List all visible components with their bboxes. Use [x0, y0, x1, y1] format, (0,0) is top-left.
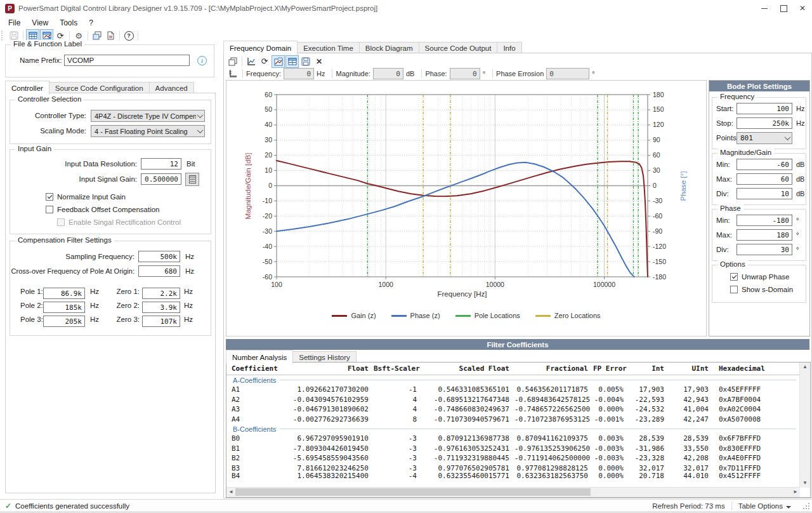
- legend-swatch: [535, 315, 551, 317]
- table-row[interactable]: A3-0.0467913018906024-0.748660830249637-…: [226, 404, 800, 415]
- cell-coefficient: A4: [226, 415, 281, 423]
- calculator-button[interactable]: [185, 173, 199, 186]
- tab-number-analysis[interactable]: Number Analysis: [226, 350, 293, 364]
- zero-input[interactable]: 2.2k: [142, 288, 180, 299]
- pole-input[interactable]: 205k: [43, 316, 85, 327]
- horizontal-scrollbar[interactable]: ◄ ►: [226, 487, 800, 497]
- svg-text:-10: -10: [263, 197, 272, 204]
- table-row[interactable]: B1-7.809304426019450-3-0.976163053252431…: [226, 444, 800, 454]
- mag-div-input[interactable]: 10: [737, 188, 792, 199]
- tab-frequency-domain[interactable]: Frequency Domain: [223, 41, 298, 55]
- cursor-axis-button[interactable]: [226, 68, 239, 80]
- save-plot-button[interactable]: [299, 55, 312, 67]
- close-button[interactable]: ✕: [793, 0, 812, 17]
- phase-max-unit: °: [796, 231, 799, 239]
- zero-label: Zero 3:: [110, 316, 140, 323]
- stop-input[interactable]: 250k: [737, 117, 792, 129]
- crossover-frequency-input[interactable]: 680: [138, 265, 180, 277]
- menu-tools[interactable]: Tools: [54, 18, 83, 27]
- input-signal-gain-input[interactable]: 0.500000: [141, 173, 181, 185]
- plot-refresh-button[interactable]: ⟳: [258, 55, 271, 67]
- phase-div-input[interactable]: 30: [737, 244, 792, 255]
- cell-scaled-float: -0.711932319880445: [422, 454, 514, 462]
- mag-min-input[interactable]: -60: [737, 159, 792, 170]
- cell-hexadecimal: 0x6F7BFFFD: [714, 434, 800, 443]
- phase-min-input[interactable]: -180: [737, 215, 792, 226]
- column-header-fractional: Fractional: [514, 364, 593, 373]
- pole-input[interactable]: 86.9k: [43, 288, 85, 299]
- app-icon: P: [5, 4, 15, 13]
- start-label: Start:: [716, 105, 733, 112]
- table-row[interactable]: A11.092662170730200-10.5463310853651010.…: [226, 385, 800, 395]
- coeff-group-label: A-Coefficients: [233, 376, 276, 384]
- table-row[interactable]: B2-5.695458559043560-3-0.711932319880445…: [226, 453, 800, 463]
- scroll-up-icon[interactable]: ▲: [802, 364, 808, 370]
- resize-grip[interactable]: [802, 502, 810, 510]
- help-button[interactable]: ?: [122, 30, 135, 42]
- scroll-left-icon[interactable]: ◄: [228, 490, 233, 495]
- legend-label: Phase (z): [410, 312, 440, 319]
- mag-max-input[interactable]: 60: [737, 173, 792, 185]
- unwrap-phase-checkbox[interactable]: Unwrap Phase: [730, 273, 789, 281]
- start-unit: Hz: [796, 105, 804, 112]
- export-document-button[interactable]: [104, 30, 117, 42]
- scaling-mode-dropdown[interactable]: 4 - Fast Floating Point Scaling: [91, 125, 205, 137]
- vertical-scrollbar[interactable]: ▲ ▼: [799, 363, 810, 488]
- cell-bsft-scaler: -1: [374, 385, 422, 394]
- input-data-resolution-input[interactable]: 12: [141, 158, 181, 170]
- cell-coefficient: B4: [226, 473, 281, 478]
- menu-file[interactable]: File: [3, 18, 26, 27]
- swap-window-button[interactable]: [91, 30, 103, 42]
- pole-zero-grid: Pole 1:86.9kHzZero 1:2.2kHzPole 2:185kHz…: [10, 287, 211, 329]
- cell-fractional: 0.977081298828125: [514, 464, 593, 472]
- scroll-right-icon[interactable]: ►: [793, 490, 798, 495]
- menu-help[interactable]: ?: [83, 18, 99, 27]
- plot-table-button[interactable]: [285, 55, 299, 68]
- stop-unit: Hz: [796, 119, 804, 127]
- show-sdomain-label: Show s-Domain: [742, 286, 793, 293]
- coeff-table-header: CoefficientFloatBsft-ScalerScaled FloatF…: [226, 363, 800, 375]
- copy-plot-button[interactable]: [226, 55, 239, 67]
- maximize-button[interactable]: [774, 0, 793, 17]
- name-prefix-input[interactable]: VCOMP: [64, 55, 190, 66]
- table-options-button[interactable]: Table Options: [738, 502, 791, 510]
- table-row[interactable]: B06.967297095901910-30.8709121369877380.…: [226, 434, 800, 444]
- scrollbar-thumb[interactable]: [235, 488, 591, 496]
- pole-input[interactable]: 185k: [43, 302, 85, 313]
- cursor-readout-button[interactable]: [272, 55, 285, 68]
- table-row[interactable]: B37.816612023246250-30.9770765029057810.…: [226, 463, 800, 474]
- scroll-down-icon[interactable]: ▼: [802, 481, 808, 486]
- sampling-frequency-input[interactable]: 500k: [138, 251, 180, 262]
- start-input[interactable]: 100: [737, 103, 792, 114]
- normalize-input-gain-checkbox[interactable]: Normalize Input Gain: [46, 193, 126, 201]
- coeff-table-body: A-CoefficientsA11.092662170730200-10.546…: [226, 375, 800, 478]
- points-dropdown[interactable]: 801: [737, 132, 792, 144]
- zero-input[interactable]: 3.9k: [142, 302, 180, 313]
- svg-text:1000: 1000: [378, 281, 393, 288]
- controller-type-label: Controller Type:: [10, 112, 86, 119]
- group-title: Frequency: [717, 93, 757, 100]
- bode-plot[interactable]: 6050403020100-10-20-30-40-50-60180150120…: [226, 80, 707, 336]
- table-row[interactable]: A4-0.0027762927366398-0.710730940579671-…: [226, 415, 800, 425]
- zero-input[interactable]: 107k: [142, 316, 180, 327]
- toolbar-grip[interactable]: [1, 30, 5, 41]
- controller-type-dropdown[interactable]: 4P4Z - Discrete Type IV Compensator: [91, 110, 205, 122]
- pole-zero-row: Pole 3:205kHzZero 3:107kHz: [10, 315, 211, 329]
- cell-coefficient: B3: [226, 464, 281, 472]
- show-sdomain-checkbox[interactable]: Show s-Domain: [730, 286, 793, 293]
- menu-view[interactable]: View: [26, 18, 54, 27]
- success-check-icon: ✓: [5, 502, 11, 510]
- input-gain-group: Input Gain Input Data Resolution: 12 Bit…: [10, 149, 211, 234]
- close-icon: ✕: [799, 4, 806, 13]
- table-row-clipped[interactable]: B41.064538320215400-40.6323554600157710.…: [226, 473, 800, 478]
- table-icon: [288, 57, 297, 66]
- clear-plot-button[interactable]: ✕: [313, 55, 325, 67]
- feedback-offset-checkbox[interactable]: Feedback Offset Compensation: [46, 206, 160, 213]
- magnitude-label: Magnitude:: [336, 70, 370, 77]
- minimize-button[interactable]: [755, 0, 774, 17]
- phase-max-input[interactable]: 180: [737, 229, 792, 241]
- plot-style-button[interactable]: [245, 55, 258, 67]
- table-row[interactable]: A2-0.0430945761029594-0.689513217647348-…: [226, 395, 800, 405]
- info-icon[interactable]: i: [197, 56, 207, 65]
- tab-controller[interactable]: Controller: [5, 81, 49, 95]
